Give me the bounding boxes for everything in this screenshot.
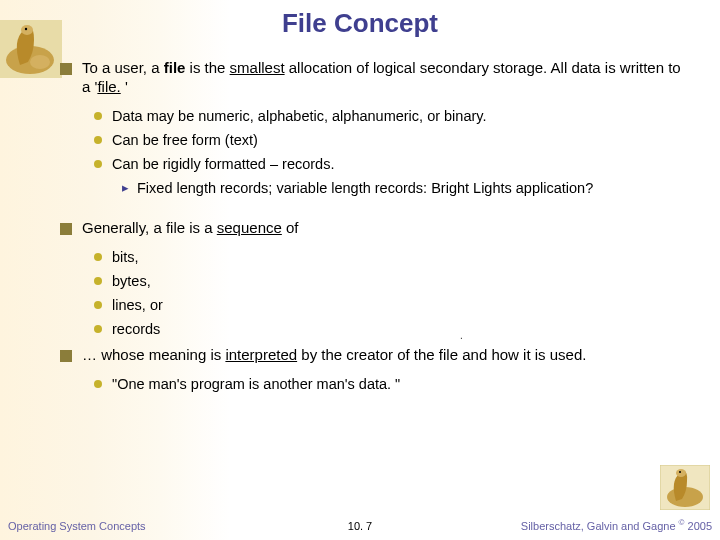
dot-bullet-icon <box>94 277 102 285</box>
bullet-3-text: … whose meaning is interpreted by the cr… <box>82 346 690 365</box>
bullet-3-sub-1: "One man's program is another man's data… <box>94 375 690 393</box>
square-bullet-icon <box>60 223 72 235</box>
dot-bullet-icon <box>94 136 102 144</box>
bullet-2-sub-2: bytes, <box>94 272 690 290</box>
bullet-1-sub-1: Data may be numeric, alphabetic, alphanu… <box>94 107 690 125</box>
bullet-2-sub-3: lines, or <box>94 296 690 314</box>
bullet-1-sub-3: Can be rigidly formatted – records. <box>94 155 690 173</box>
svg-point-8 <box>679 471 681 473</box>
dot-bullet-icon <box>94 301 102 309</box>
bullet-1-sub-3-a: ▸ Fixed length records; variable length … <box>122 179 690 197</box>
dot-bullet-icon <box>94 253 102 261</box>
bullet-1: To a user, a file is the smallest alloca… <box>60 59 690 97</box>
stray-mark: . <box>460 330 463 341</box>
svg-point-7 <box>676 469 686 477</box>
dot-bullet-icon <box>94 380 102 388</box>
dot-bullet-icon <box>94 160 102 168</box>
bullet-2: Generally, a file is a sequence of <box>60 219 690 238</box>
bullet-2-sub-1: bits, <box>94 248 690 266</box>
slide-content: To a user, a file is the smallest alloca… <box>0 39 720 393</box>
slide-title: File Concept <box>0 0 720 39</box>
mascot-logo-bottom <box>660 465 710 510</box>
bullet-1-text: To a user, a file is the smallest alloca… <box>82 59 690 97</box>
arrow-bullet-icon: ▸ <box>122 180 129 197</box>
bullet-2-text: Generally, a file is a sequence of <box>82 219 690 238</box>
footer-right: Silberschatz, Galvin and Gagne © 2005 <box>521 518 712 532</box>
bullet-3: … whose meaning is interpreted by the cr… <box>60 346 690 365</box>
square-bullet-icon <box>60 63 72 75</box>
square-bullet-icon <box>60 350 72 362</box>
dot-bullet-icon <box>94 325 102 333</box>
dot-bullet-icon <box>94 112 102 120</box>
bullet-1-sub-2: Can be free form (text) <box>94 131 690 149</box>
bullet-2-sub-4: records <box>94 320 690 338</box>
